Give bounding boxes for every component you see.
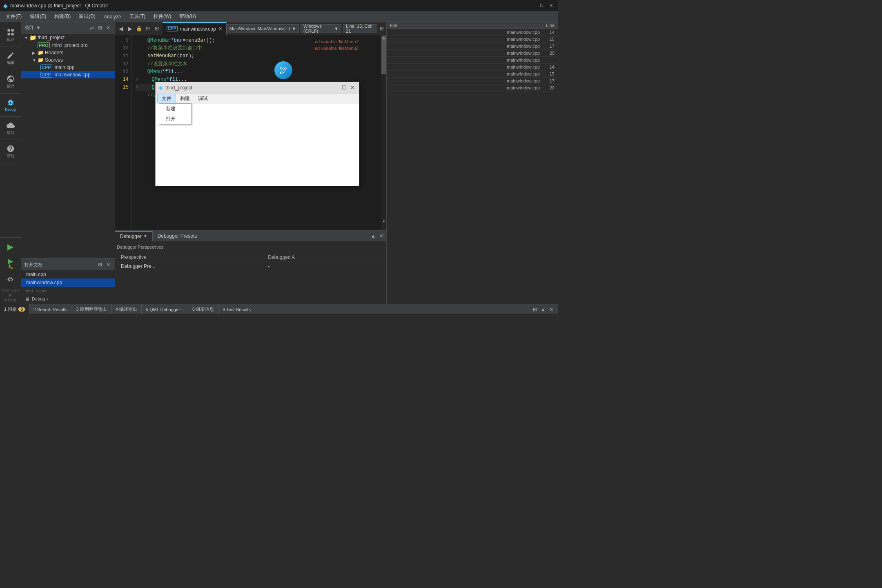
editor-split-icon[interactable]: ⊞ (379, 25, 385, 32)
scroll-up-arrow[interactable]: ▲ (381, 35, 386, 40)
error-row-9[interactable]: mainwindow.cpp 20 (387, 85, 558, 91)
nav-back[interactable]: ◀ (117, 24, 125, 33)
vertical-scrollbar[interactable]: ▼ ▲ (381, 35, 386, 230)
popup-maximize[interactable]: ☐ (341, 85, 347, 91)
menu-edit[interactable]: 编辑(E) (26, 12, 50, 21)
mainwindow-tab[interactable]: CPP mainwindow.cpp ✕ (163, 22, 227, 35)
popup-menu-bar: 文件 构建 调试 (156, 94, 359, 104)
right-panel: File Line mainwindow.cpp 14 mainwindow.c… (386, 22, 558, 304)
issues-filter-icon[interactable]: ⊞ (532, 306, 538, 313)
sidebar-build-button[interactable] (2, 272, 20, 287)
error-row-3[interactable]: mainwindow.cpp 17 (387, 43, 558, 50)
open-doc-mainwindow[interactable]: mainwindow.cpp (21, 278, 115, 287)
err-file-9: mainwindow.cpp (507, 85, 540, 90)
position-label: Line: 15, Col: 21 (346, 24, 374, 33)
help-label: 帮助 (7, 154, 14, 159)
error-row-7[interactable]: mainwindow.cpp 15 (387, 71, 558, 78)
debugger-tab-bar: Debugger ▼ Debugger Presets ▲ ✕ (115, 231, 386, 241)
open-docs-expand[interactable]: ⊞ (97, 261, 103, 268)
close-panel-icon[interactable]: ✕ (105, 24, 111, 31)
tree-headers[interactable]: ▶ 📁 Headers (21, 49, 115, 56)
issues-up-icon[interactable]: ▲ (540, 306, 546, 313)
menu-tools[interactable]: 工具(T) (125, 12, 149, 21)
popup-menu-build[interactable]: 构建 (176, 94, 194, 103)
app-icon: ◆ (3, 2, 8, 9)
maximize-button[interactable]: ☐ (538, 2, 545, 9)
open-doc-main[interactable]: main.cpp (21, 270, 115, 278)
expand-right-icon[interactable]: › (47, 296, 48, 301)
header-dropdown-icon[interactable]: ▼ (35, 24, 42, 31)
menu-bar: 文件(F) 编辑(E) 构建(B) 调试(D) Analyze 工具(T) 控件… (0, 11, 558, 22)
issues-tab-search[interactable]: 2 Search Results (29, 304, 72, 314)
encoding-dropdown[interactable]: Windows (CRLF) ▼ (301, 24, 341, 33)
error-row-6[interactable]: mainwindow.cpp 14 (387, 64, 558, 71)
menu-debug[interactable]: 调试(D) (75, 12, 100, 21)
debugger-presets-tab[interactable]: Debugger Presets (153, 231, 203, 241)
sidebar-design[interactable]: 设计 (2, 73, 20, 91)
sidebar-debug[interactable]: Debug (2, 96, 20, 114)
line11-func: setMenuBar (147, 52, 177, 60)
err-file-5: mainwindow.cpp (507, 58, 540, 62)
error-row-4[interactable]: mainwindow.cpp 20 (387, 50, 558, 57)
popup-new-item[interactable]: 新建 (159, 104, 191, 114)
sync-icon[interactable]: ⇄ (89, 24, 95, 31)
tree-sources[interactable]: ▼ 📁 Sources (21, 56, 115, 64)
sidebar-welcome[interactable]: 欢迎 (2, 26, 20, 44)
breadcrumb-dropdown[interactable]: MainWindow::MainWindow(···) ▼ (227, 24, 299, 33)
expand-icon[interactable]: ⊞ (97, 24, 103, 31)
debugger-up-icon[interactable]: ▲ (370, 233, 376, 239)
scroll-down-arrow[interactable]: ▼ (381, 219, 386, 224)
debugger-tab-main[interactable]: Debugger ▼ (115, 231, 153, 241)
sidebar-help[interactable]: 帮助 (2, 143, 20, 160)
menu-help[interactable]: 帮助(H) (175, 12, 200, 21)
error-row-2[interactable]: mainwindow.cpp 15 (387, 36, 558, 43)
popup-minimize[interactable]: — (333, 85, 339, 91)
project-title: 项目 (24, 24, 33, 31)
error-row-8[interactable]: mainwindow.cpp 17 (387, 78, 558, 85)
tab-filename: mainwindow.cpp (180, 26, 216, 32)
err-file-3: mainwindow.cpp (507, 44, 540, 49)
issues-tab-qml[interactable]: 5 QML Debugger··· (142, 304, 188, 314)
nav-lock[interactable]: 🔒 (135, 24, 143, 33)
sidebar-run-button[interactable]: ▶ (2, 239, 20, 254)
open-docs-section: 打开文档 ⊞ ✕ main.cpp mainwindow.cpp third··… (21, 258, 115, 304)
menu-controls[interactable]: 控件(W) (149, 12, 175, 21)
popup-close[interactable]: ✕ (349, 85, 356, 91)
popup-menu-file[interactable]: 文件 (157, 94, 176, 103)
editor-tab-bar: ◀ ▶ 🔒 ⊟ ⊞ CPP mainwindow.cpp ✕ MainWindo… (115, 22, 386, 35)
menu-file[interactable]: 文件(F) (2, 12, 26, 21)
issues-tab-summary[interactable]: 6 概要信息 (188, 304, 218, 314)
minimize-button[interactable]: — (528, 2, 535, 9)
issues-tab-app-output[interactable]: 3 应用程序输出 (72, 304, 111, 314)
menu-analyze[interactable]: Analyze (100, 13, 125, 21)
issues-tab-problems[interactable]: 1 问题 8 (0, 304, 29, 314)
sidebar-project[interactable]: 项目 (2, 119, 20, 137)
debugger-tab-dropdown[interactable]: ▼ (143, 234, 147, 238)
tree-mainwindow-cpp[interactable]: CPP mainwindow.cpp (21, 71, 115, 78)
issues-tab-compile[interactable]: 4 编译输出 (111, 304, 142, 314)
error-row-1[interactable]: mainwindow.cpp 14 (387, 29, 558, 36)
issues-close-icon[interactable]: ✕ (548, 306, 555, 313)
nav-forward[interactable]: ▶ (126, 24, 134, 33)
debugger-perspectives: Debugger Perspectives Perspective Debugg… (115, 241, 386, 304)
debugger-close-icon[interactable]: ✕ (378, 233, 385, 239)
issues-tab-test[interactable]: 8 Test Results (218, 304, 255, 314)
device-debug: Debug (5, 298, 16, 302)
sidebar-debug-run-button[interactable]: ▶ 🐛 (2, 256, 20, 270)
perspectives-table: Perspective Debugged A Debugger Pre... - (117, 253, 385, 271)
sidebar-edit[interactable]: 编辑 (2, 49, 20, 67)
popup-menu-debug[interactable]: 调试 (194, 94, 212, 103)
tree-root[interactable]: ▼ 📁 third_project (21, 33, 115, 42)
tab-close-btn[interactable]: ✕ (218, 26, 222, 31)
open-docs-title: 打开文档 (24, 262, 42, 268)
menu-build[interactable]: 构建(B) (50, 12, 75, 21)
tree-pro-file[interactable]: PRO third_project.pro (21, 42, 115, 49)
nav-split-v[interactable]: ⊞ (153, 24, 161, 33)
tree-main-cpp[interactable]: CPP main.cpp (21, 64, 115, 71)
open-docs-close[interactable]: ✕ (105, 261, 111, 268)
close-button[interactable]: ✕ (548, 2, 555, 9)
popup-open-item[interactable]: 打开 (159, 114, 191, 124)
nav-split-h[interactable]: ⊟ (144, 24, 152, 33)
perspectives-row-1[interactable]: Debugger Pre... - (118, 262, 384, 270)
code-line-10: //将菜单栏设置到窗口中 (136, 45, 309, 52)
